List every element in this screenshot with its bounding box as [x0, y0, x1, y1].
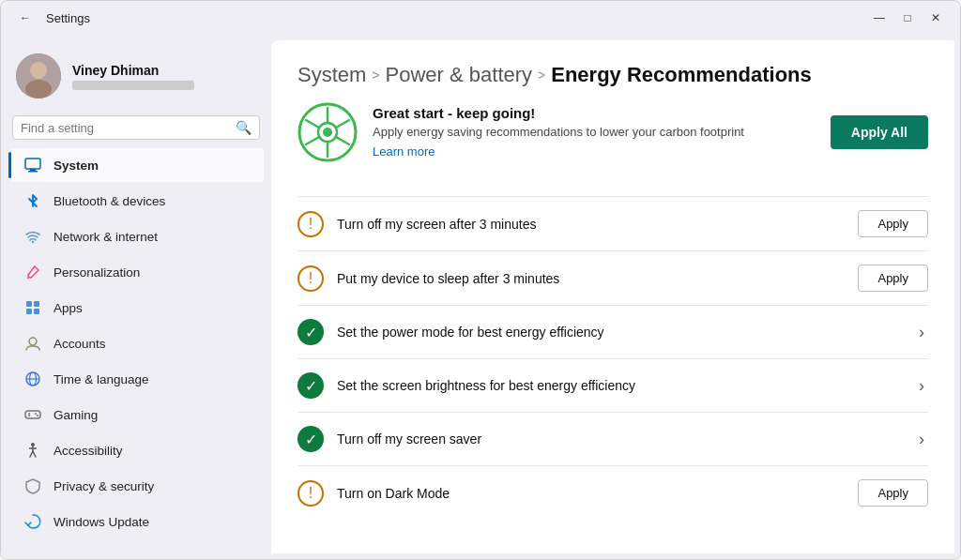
breadcrumb-current: Energy Recommendations: [551, 63, 812, 87]
close-button[interactable]: ✕: [923, 5, 949, 31]
breadcrumb: System > Power & battery > Energy Recomm…: [297, 63, 928, 87]
update-icon: [23, 512, 42, 531]
sidebar-label-update: Windows Update: [53, 515, 149, 529]
sidebar-item-accounts[interactable]: Accounts: [8, 326, 264, 360]
svg-point-20: [35, 413, 37, 415]
search-input[interactable]: [21, 121, 230, 135]
titlebar-controls: — □ ✕: [866, 5, 949, 31]
sidebar: Viney Dhiman 🔍 System Bluetoo: [1, 35, 271, 559]
titlebar-left: ← Settings: [12, 5, 866, 31]
apply-button-1[interactable]: Apply: [858, 210, 928, 237]
content-area: System > Power & battery > Energy Recomm…: [271, 40, 954, 553]
maximize-button[interactable]: □: [894, 5, 921, 31]
profile-email: [72, 81, 194, 90]
rec-row-2: ! Put my device to sleep after 3 minutes…: [297, 250, 928, 305]
svg-line-7: [27, 277, 29, 279]
search-box[interactable]: 🔍: [12, 115, 260, 140]
search-icon: 🔍: [236, 120, 252, 135]
chevron-button-3[interactable]: ›: [915, 323, 928, 342]
sidebar-item-system[interactable]: System: [8, 148, 264, 182]
sidebar-label-privacy: Privacy & security: [53, 479, 154, 493]
rec-label-3: Set the power mode for best energy effic…: [337, 325, 902, 340]
warning-icon-2: !: [297, 265, 324, 292]
apply-button-2[interactable]: Apply: [858, 265, 928, 292]
profile-info: Viney Dhiman: [72, 63, 194, 90]
svg-point-1: [30, 62, 47, 79]
titlebar-title: Settings: [46, 11, 90, 25]
hero-text: Great start - keep going! Apply energy s…: [373, 105, 816, 159]
svg-line-29: [306, 137, 319, 144]
settings-window: ← Settings — □ ✕ Viney Dhiman: [0, 0, 961, 560]
rec-row-1: ! Turn off my screen after 3 minutes App…: [297, 196, 928, 250]
sidebar-label-accounts: Accounts: [53, 337, 106, 351]
rec-label-1: Turn off my screen after 3 minutes: [337, 217, 845, 232]
warning-icon-1: !: [297, 211, 324, 237]
apply-button-6[interactable]: Apply: [858, 479, 928, 507]
apps-icon: [23, 298, 42, 317]
accessibility-icon: [23, 441, 42, 460]
sidebar-item-update[interactable]: Windows Update: [8, 505, 264, 538]
svg-point-21: [37, 415, 38, 416]
monitor-icon: [23, 156, 42, 174]
rec-row-6: ! Turn on Dark Mode Apply: [297, 465, 928, 520]
svg-line-28: [306, 120, 319, 128]
sidebar-item-gaming[interactable]: Gaming: [8, 398, 264, 431]
chevron-button-4[interactable]: ›: [915, 376, 928, 396]
learn-more-link[interactable]: Learn more: [373, 144, 435, 159]
svg-point-6: [32, 241, 34, 243]
sidebar-item-network[interactable]: Network & internet: [8, 219, 264, 253]
hero-description: Apply energy saving recommendations to l…: [373, 125, 816, 139]
titlebar: ← Settings — □ ✕: [1, 1, 960, 35]
sidebar-label-network: Network & internet: [53, 230, 158, 244]
breadcrumb-part2: Power & battery: [386, 63, 533, 87]
sidebar-label-bluetooth: Bluetooth & devices: [53, 194, 165, 208]
svg-rect-16: [25, 411, 40, 418]
sidebar-item-time[interactable]: Time & language: [8, 362, 264, 396]
svg-point-12: [29, 338, 37, 345]
minimize-button[interactable]: —: [866, 5, 892, 31]
sidebar-label-time: Time & language: [53, 372, 149, 386]
done-icon-4: ✓: [297, 372, 324, 399]
svg-rect-11: [34, 309, 39, 314]
leaf-icon: [297, 102, 358, 162]
svg-rect-8: [26, 301, 32, 307]
globe-icon: [23, 370, 42, 388]
svg-rect-4: [30, 169, 36, 171]
svg-point-22: [31, 443, 35, 446]
svg-rect-5: [28, 171, 38, 173]
apply-all-button[interactable]: Apply All: [831, 115, 928, 149]
sidebar-label-system: System: [53, 159, 99, 173]
bluetooth-icon: [23, 191, 42, 210]
rec-row-4: ✓ Set the screen brightness for best ene…: [297, 358, 928, 412]
done-icon-3: ✓: [297, 319, 324, 345]
done-icon-5: ✓: [297, 426, 324, 452]
privacy-icon: [23, 477, 42, 495]
sidebar-item-personalization[interactable]: Personalization: [8, 255, 264, 289]
svg-point-2: [25, 80, 52, 98]
network-icon: [23, 227, 42, 246]
gaming-icon: [23, 405, 42, 424]
svg-line-32: [336, 120, 349, 128]
svg-rect-10: [26, 309, 32, 314]
profile-name: Viney Dhiman: [72, 63, 194, 78]
svg-line-31: [336, 137, 349, 144]
sidebar-item-privacy[interactable]: Privacy & security: [8, 469, 264, 503]
sidebar-item-accessibility[interactable]: Accessibility: [8, 433, 264, 467]
breadcrumb-part1: System: [297, 63, 366, 87]
breadcrumb-sep2: >: [538, 68, 545, 83]
sidebar-label-gaming: Gaming: [53, 408, 98, 422]
sidebar-item-apps[interactable]: Apps: [8, 291, 264, 325]
svg-rect-3: [25, 159, 40, 169]
back-button[interactable]: ←: [12, 5, 38, 31]
sidebar-label-personalization: Personalization: [53, 265, 140, 280]
breadcrumb-sep1: >: [372, 68, 379, 83]
hero-title: Great start - keep going!: [373, 105, 816, 121]
rec-row-5: ✓ Turn off my screen saver ›: [297, 412, 928, 465]
sidebar-profile[interactable]: Viney Dhiman: [1, 42, 271, 110]
rec-row-3: ✓ Set the power mode for best energy eff…: [297, 305, 928, 358]
sidebar-item-bluetooth[interactable]: Bluetooth & devices: [8, 184, 264, 218]
brush-icon: [23, 263, 42, 281]
sidebar-label-apps: Apps: [53, 301, 83, 315]
warning-icon-6: !: [297, 480, 324, 507]
chevron-button-5[interactable]: ›: [915, 430, 928, 449]
